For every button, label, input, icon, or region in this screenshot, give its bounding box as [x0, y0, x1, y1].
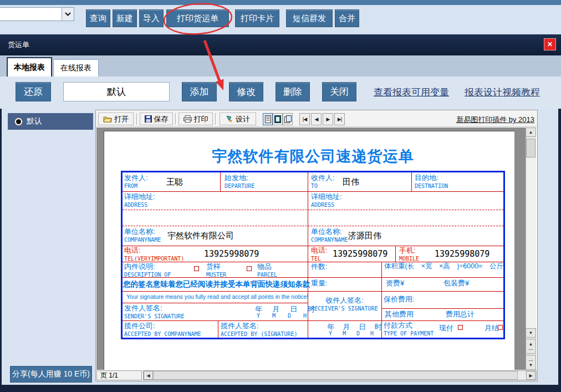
field-parcel: 物品PARCEL	[257, 263, 277, 278]
modify-button[interactable]: 修改	[229, 82, 263, 101]
design-button-label: 设计	[236, 114, 250, 124]
receiver-value: 田伟	[343, 177, 359, 187]
sms-group-button[interactable]: 短信群发	[286, 9, 333, 27]
design-tutorial-link[interactable]: 报表设计视频教程	[465, 86, 540, 99]
table-line	[123, 191, 503, 192]
report-list-sidebar	[7, 109, 93, 381]
field-pieces: 件数:	[311, 263, 328, 270]
dialog-close-button[interactable]: 关闭	[322, 82, 356, 101]
muster-checkbox[interactable]	[194, 266, 199, 271]
accept-date-en: Y M D H	[329, 330, 374, 337]
print-button[interactable]: 打印	[178, 113, 213, 125]
plugin-link[interactable]: 新易图打印插件 by 2013	[456, 115, 534, 125]
field-accept-sign: 揽件人签名:ACCEPTED BY (SIGNATURE)	[221, 322, 297, 338]
monthly-checkbox[interactable]	[498, 325, 503, 330]
report-item-default[interactable]: 默认	[8, 113, 93, 130]
dialog-titlebar: 货运单	[0, 34, 561, 55]
folder-open-icon	[103, 116, 112, 123]
table-line	[381, 308, 503, 309]
table-line	[218, 320, 218, 338]
field-address-right: 详细地址:ADDRESS	[311, 193, 342, 208]
print-waybill-button[interactable]: 打印货运单	[166, 9, 229, 27]
close-icon[interactable]: ✕	[544, 38, 556, 50]
page-down-icon[interactable]: —▼	[526, 355, 536, 370]
field-departure: 始发地:DEPARTURE	[225, 174, 254, 190]
mobile-value: 13925998079	[435, 249, 489, 259]
sender-date-en: Y M D H	[257, 313, 307, 319]
toolbar-separator	[136, 113, 137, 125]
tab-online-report[interactable]: 在线报表	[53, 59, 99, 77]
field-receiver-sign: 收件人签名:RECEIVER'S SIGNATURE	[308, 297, 381, 312]
new-button[interactable]: 新建	[113, 9, 137, 27]
scroll-left-icon[interactable]: ◀	[144, 371, 153, 380]
parcel-checkbox[interactable]	[247, 266, 252, 271]
report-item-label: 默认	[27, 116, 42, 126]
add-button[interactable]: 添加	[182, 82, 217, 101]
view-multi-page-icon[interactable]	[283, 113, 293, 125]
dialog-border-bottom	[0, 385, 561, 392]
table-line	[220, 172, 221, 191]
delete-button[interactable]: 删除	[276, 82, 310, 101]
view-whole-page-icon[interactable]	[263, 113, 273, 125]
page-up-icon[interactable]: ▲—	[526, 339, 536, 354]
print-card-button[interactable]: 打印卡片	[235, 9, 279, 27]
field-postage: 资费¥	[386, 279, 404, 287]
scroll-up-icon[interactable]: ▲	[526, 128, 536, 137]
field-company-right: 单位名称:COMPANYNAME	[311, 228, 348, 243]
table-line	[411, 172, 412, 191]
field-monthly: 月结	[484, 324, 499, 332]
field-packing-fee: 包装费¥	[443, 279, 469, 287]
field-receiver: 收件人:TO	[311, 174, 335, 190]
nav-next-page-button[interactable]: ▶	[323, 113, 333, 125]
cash-checkbox[interactable]	[458, 325, 463, 330]
field-weight: 重量:	[311, 279, 328, 287]
share-button[interactable]: 分享(每人用赚 10 E币)	[10, 366, 92, 383]
field-cash: 现付	[439, 324, 453, 332]
app-window: 查询 新建 导入 打印货运单 打印卡片 短信群发 合并 货运单 ✕ 本地报表 在…	[0, 0, 561, 392]
field-destination: 目的地:DESTNATION	[415, 174, 448, 190]
signature-notice-cn: 您的签名意味着您已经阅读并接受本单背面快递须知条款	[123, 279, 310, 289]
printer-icon	[183, 115, 192, 123]
page-status: 页 1/1	[96, 370, 142, 380]
save-button-label: 保存	[154, 114, 169, 124]
record-select-value	[0, 8, 62, 21]
tel-left-value: 13925998079	[204, 249, 259, 259]
table-line	[123, 291, 503, 292]
company-left-value: 宇然软件有限公司	[167, 231, 234, 241]
restore-button[interactable]: 还原	[16, 82, 51, 101]
print-button-label: 打印	[194, 114, 208, 124]
design-button[interactable]: 设计	[220, 113, 256, 125]
floppy-icon	[145, 115, 152, 123]
toolbar-separator	[215, 113, 216, 125]
field-company-left: 单位名称:COMPANYNAME	[124, 228, 161, 243]
view-page-width-icon[interactable]	[273, 113, 283, 125]
record-select[interactable]	[0, 7, 74, 21]
nav-last-page-button[interactable]: ▶|	[334, 113, 345, 125]
field-address-left: 详细地址:ADDRESS	[124, 193, 155, 208]
import-button[interactable]: 导入	[139, 9, 164, 27]
nav-first-page-button[interactable]: |◀	[299, 113, 310, 125]
field-other-fee: 其他费用	[385, 310, 414, 318]
query-button[interactable]: 查询	[86, 9, 110, 27]
company-right-value: 济源田伟	[348, 231, 381, 241]
field-payment: 付款方式TYPE OF PAYMENT	[384, 322, 434, 337]
chevron-down-icon[interactable]	[62, 8, 74, 21]
tab-local-report[interactable]: 本地报表	[7, 57, 52, 77]
scroll-right-icon[interactable]: ▶	[526, 371, 536, 380]
nav-prev-page-button[interactable]: ◀	[311, 113, 322, 125]
field-tel-right: 电话:TEL	[311, 247, 328, 262]
radio-selected-icon	[14, 118, 23, 126]
horizontal-scroll-thumb[interactable]	[153, 371, 518, 380]
open-button-label: 打开	[114, 114, 129, 124]
save-button[interactable]: 保存	[140, 113, 173, 125]
report-variables-link[interactable]: 查看报表可用变量	[374, 86, 449, 99]
merge-button[interactable]: 合并	[335, 9, 359, 27]
table-dashed-line	[123, 226, 503, 226]
table-line	[123, 320, 503, 321]
report-name-input[interactable]	[63, 82, 170, 101]
open-button[interactable]: 打开	[98, 113, 134, 125]
vertical-scroll-thumb[interactable]	[526, 139, 536, 157]
report-title: 宇然软件有限公司速递货运单	[121, 146, 505, 166]
scroll-down-icon[interactable]: ▼	[526, 328, 536, 338]
window-top-strip	[0, 0, 561, 5]
